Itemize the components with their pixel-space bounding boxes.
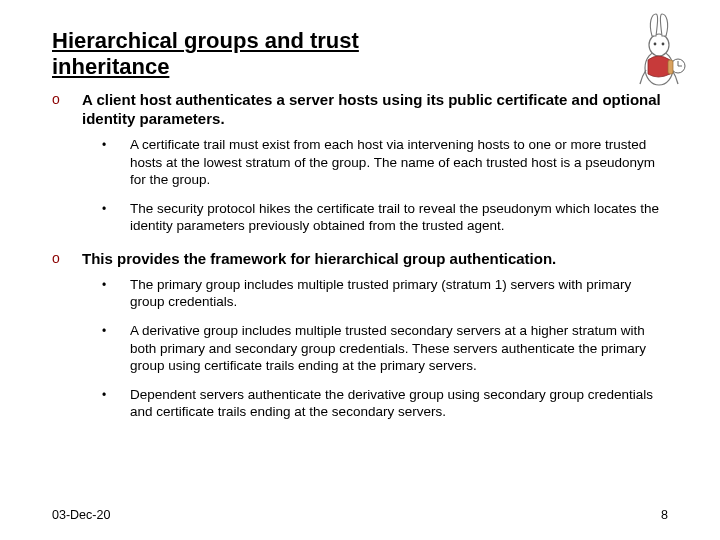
rabbit-illustration <box>628 10 690 90</box>
svg-rect-7 <box>668 60 673 74</box>
list-item: o A client host authenticates a server h… <box>52 90 668 128</box>
svg-point-3 <box>662 43 665 46</box>
list-item: • A certificate trail must exist from ea… <box>102 136 668 188</box>
svg-point-1 <box>649 34 669 56</box>
dot-bullet-icon: • <box>102 322 130 374</box>
dot-bullet-icon: • <box>102 276 130 311</box>
list-item: • The security protocol hikes the certif… <box>102 200 668 235</box>
slide-title: Hierarchical groups and trust inheritanc… <box>52 28 668 80</box>
item-text: A client host authenticates a server hos… <box>82 90 668 128</box>
item-text: Dependent servers authenticate the deriv… <box>130 386 668 421</box>
o-bullet-icon: o <box>52 249 82 268</box>
slide-body: o A client host authenticates a server h… <box>52 90 668 421</box>
item-text: This provides the framework for hierarch… <box>82 249 668 268</box>
o-bullet-icon: o <box>52 90 82 128</box>
dot-bullet-icon: • <box>102 386 130 421</box>
item-text: A derivative group includes multiple tru… <box>130 322 668 374</box>
footer-date: 03-Dec-20 <box>52 508 110 522</box>
list-item: • A derivative group includes multiple t… <box>102 322 668 374</box>
item-text: The security protocol hikes the certific… <box>130 200 668 235</box>
dot-bullet-icon: • <box>102 200 130 235</box>
list-item: • The primary group includes multiple tr… <box>102 276 668 311</box>
svg-point-2 <box>654 43 657 46</box>
dot-bullet-icon: • <box>102 136 130 188</box>
list-item: • Dependent servers authenticate the der… <box>102 386 668 421</box>
page-number: 8 <box>661 508 668 522</box>
list-item: o This provides the framework for hierar… <box>52 249 668 268</box>
item-text: A certificate trail must exist from each… <box>130 136 668 188</box>
item-text: The primary group includes multiple trus… <box>130 276 668 311</box>
